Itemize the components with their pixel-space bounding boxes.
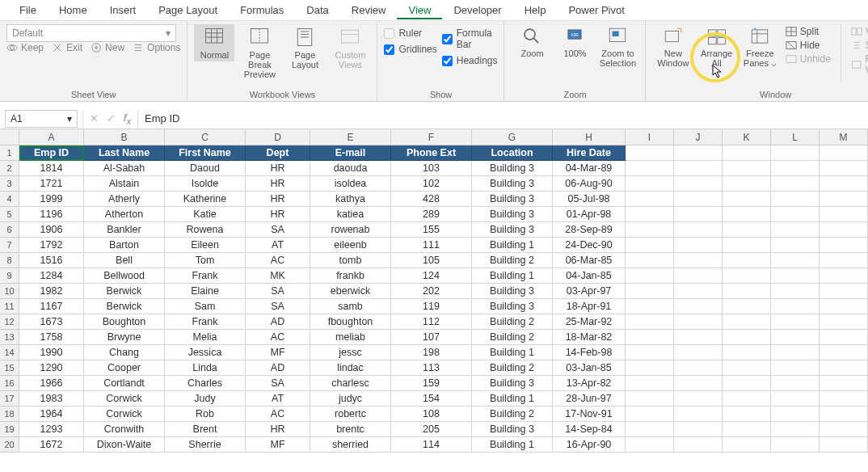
cell[interactable]: 428 xyxy=(391,192,472,207)
cancel-icon[interactable]: ✕ xyxy=(90,112,99,124)
keep-button[interactable]: Keep xyxy=(6,42,44,53)
page-break-button[interactable]: Page Break Preview xyxy=(239,24,280,81)
row-header[interactable]: 7 xyxy=(0,238,19,253)
spreadsheet-grid[interactable]: ABCDEFGHIJKLM 1Emp IDLast NameFirst Name… xyxy=(0,129,868,453)
cell[interactable] xyxy=(626,176,674,192)
menu-insert[interactable]: Insert xyxy=(99,1,148,19)
cell[interactable]: 28-Sep-89 xyxy=(553,222,626,238)
cell[interactable] xyxy=(723,422,771,437)
cell[interactable] xyxy=(674,268,723,284)
menu-home[interactable]: Home xyxy=(48,1,99,19)
cell[interactable]: Sam xyxy=(165,299,246,314)
cell[interactable] xyxy=(820,376,868,391)
cell[interactable]: 16-Apr-90 xyxy=(553,437,626,453)
sheet-view-dropdown[interactable]: Default ▾ xyxy=(6,24,176,42)
cell[interactable] xyxy=(723,268,771,284)
cell[interactable]: 1721 xyxy=(19,176,84,192)
cell[interactable]: Location xyxy=(472,145,553,161)
cell[interactable] xyxy=(771,176,820,192)
cell[interactable] xyxy=(626,268,674,284)
cell[interactable]: Building 3 xyxy=(472,222,553,238)
headings-checkbox[interactable]: Headings xyxy=(442,55,498,66)
cell[interactable]: SA xyxy=(246,299,310,314)
cell[interactable] xyxy=(771,284,820,299)
cell[interactable]: Al-Sabah xyxy=(84,161,165,176)
cell[interactable]: 124 xyxy=(391,268,472,284)
row-header[interactable]: 13 xyxy=(0,330,19,345)
cell[interactable] xyxy=(771,345,820,360)
cell[interactable]: Building 3 xyxy=(472,422,553,437)
cell[interactable]: Atherton xyxy=(84,207,165,222)
row-header[interactable]: 1 xyxy=(0,145,19,161)
cell[interactable] xyxy=(820,330,868,345)
cell[interactable]: 205 xyxy=(391,422,472,437)
cell[interactable] xyxy=(723,192,771,207)
cell[interactable]: Building 1 xyxy=(472,345,553,360)
cell[interactable]: 05-Jul-98 xyxy=(553,192,626,207)
cell[interactable] xyxy=(723,360,771,376)
cell[interactable]: MF xyxy=(246,345,310,360)
cell[interactable]: MF xyxy=(246,437,310,453)
cell[interactable]: Berwick xyxy=(84,284,165,299)
cell[interactable]: judyc xyxy=(310,391,391,407)
cell[interactable]: 111 xyxy=(391,238,472,253)
cell[interactable] xyxy=(626,145,674,161)
row-header[interactable]: 18 xyxy=(0,407,19,422)
zoom-100-button[interactable]: 100 100% xyxy=(558,24,592,60)
cell[interactable] xyxy=(771,407,820,422)
cell[interactable]: Phone Ext xyxy=(391,145,472,161)
cell[interactable] xyxy=(674,314,723,330)
cell[interactable] xyxy=(626,407,674,422)
cell[interactable]: 1673 xyxy=(19,314,84,330)
cell[interactable]: AC xyxy=(246,330,310,345)
cell[interactable]: 1672 xyxy=(19,437,84,453)
cell[interactable]: 13-Apr-82 xyxy=(553,376,626,391)
cell[interactable] xyxy=(723,314,771,330)
cell[interactable] xyxy=(674,437,723,453)
cell[interactable] xyxy=(674,330,723,345)
menu-power-pivot[interactable]: Power Pivot xyxy=(557,1,635,19)
cell[interactable]: Corwick xyxy=(84,391,165,407)
cell[interactable] xyxy=(626,376,674,391)
cell[interactable]: 1284 xyxy=(19,268,84,284)
cell[interactable]: brentc xyxy=(310,422,391,437)
cell[interactable]: 1167 xyxy=(19,299,84,314)
cell[interactable]: 1516 xyxy=(19,253,84,268)
cell[interactable] xyxy=(820,360,868,376)
new-view-button[interactable]: New xyxy=(91,42,124,53)
cell[interactable] xyxy=(626,422,674,437)
cell[interactable] xyxy=(723,238,771,253)
cell[interactable]: 114 xyxy=(391,437,472,453)
cell[interactable]: Building 3 xyxy=(472,207,553,222)
cell[interactable] xyxy=(771,268,820,284)
cell[interactable]: kathya xyxy=(310,192,391,207)
cell[interactable]: Charles xyxy=(165,376,246,391)
cell[interactable] xyxy=(771,376,820,391)
cell[interactable] xyxy=(626,192,674,207)
cell[interactable]: Building 2 xyxy=(472,407,553,422)
cell[interactable]: 1814 xyxy=(19,161,84,176)
row-header[interactable]: 15 xyxy=(0,360,19,376)
cell[interactable]: Building 3 xyxy=(472,176,553,192)
cell[interactable] xyxy=(820,299,868,314)
cell[interactable]: MK xyxy=(246,268,310,284)
cell[interactable]: Bell xyxy=(84,253,165,268)
cell[interactable]: First Name xyxy=(165,145,246,161)
formula-bar-checkbox[interactable]: Formula Bar xyxy=(442,27,498,50)
cell[interactable]: 289 xyxy=(391,207,472,222)
cell[interactable] xyxy=(674,407,723,422)
cell[interactable] xyxy=(674,145,723,161)
col-header-A[interactable]: A xyxy=(19,129,84,145)
cell[interactable]: 107 xyxy=(391,330,472,345)
cell[interactable]: 03-Jan-85 xyxy=(553,360,626,376)
cell[interactable]: 03-Apr-97 xyxy=(553,284,626,299)
cell[interactable]: HR xyxy=(246,422,310,437)
cell[interactable]: samb xyxy=(310,299,391,314)
cell[interactable] xyxy=(626,299,674,314)
cell[interactable]: Building 3 xyxy=(472,192,553,207)
col-header-E[interactable]: E xyxy=(310,129,391,145)
cell[interactable]: Building 3 xyxy=(472,161,553,176)
menu-view[interactable]: View xyxy=(397,1,442,19)
cell[interactable]: Barton xyxy=(84,238,165,253)
cell[interactable]: HR xyxy=(246,161,310,176)
